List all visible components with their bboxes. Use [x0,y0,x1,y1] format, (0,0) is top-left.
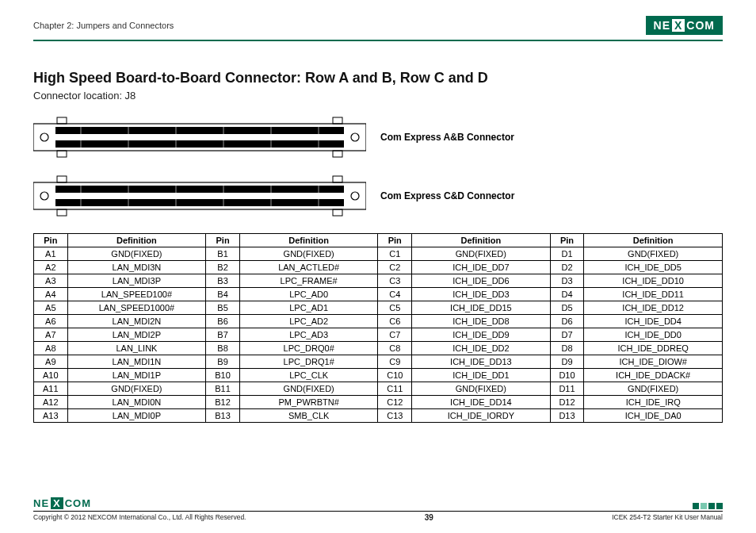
cell-pin: C5 [378,301,412,315]
svg-rect-7 [57,151,67,157]
cell-pin: D1 [550,247,584,261]
svg-point-4 [351,133,359,141]
cell-pin: A13 [34,409,68,423]
cell-pin: B7 [206,328,240,342]
svg-rect-27 [333,176,342,182]
cell-definition: LAN_ACTLED# [239,261,378,274]
cell-definition: LPC_AD1 [239,301,378,315]
footer-doc-title: ICEK 254-T2 Starter Kit User Manual [612,513,723,522]
cell-definition: LPC_DRQ0# [239,342,378,355]
cell-pin: C7 [378,328,412,342]
cell-pin: B10 [206,369,240,382]
cell-definition: ICH_IDE_DD5 [584,261,723,274]
table-header: Pin Definition Pin Definition Pin Defini… [34,234,723,247]
cell-definition: LPC_DRQ1# [239,355,378,369]
cell-pin: A6 [34,315,68,328]
cell-pin: A9 [34,355,68,369]
cell-definition: LAN_MDI0N [67,396,206,409]
cell-pin: C6 [378,315,412,328]
nexcom-logo: NE X COM [646,16,723,35]
cell-definition: ICH_IDE_DDREQ [584,342,723,355]
footer-copyright: Copyright © 2012 NEXCOM International Co… [33,513,246,522]
cell-pin: A7 [34,328,68,342]
table-row: A3LAN_MDI3PB3LPC_FRAME#C3ICH_IDE_DD6D3IC… [34,274,723,288]
cell-pin: A5 [34,301,68,315]
svg-point-3 [40,133,48,141]
cell-definition: ICH_IDE_IRQ [584,396,723,409]
svg-point-24 [40,192,48,200]
page-footer: NE X COM Copyright © 2012 NEXCOM Interna… [33,497,723,522]
cell-definition: GND(FIXED) [584,382,723,396]
cell-definition: PM_PWRBTN# [239,396,378,409]
cell-definition: LPC_AD2 [239,315,378,328]
cell-definition: ICH_IDE_DA0 [584,409,723,423]
cell-definition: ICH_IDE_DD14 [412,396,551,409]
svg-rect-28 [57,209,67,216]
cell-definition: GND(FIXED) [584,247,723,261]
table-row: A8LAN_LINKB8LPC_DRQ0#C8ICH_IDE_DD2D8ICH_… [34,342,723,355]
cell-definition: GND(FIXED) [67,382,206,396]
th-pin-c: Pin [378,234,412,247]
table-row: A6LAN_MDI2NB6LPC_AD2C6ICH_IDE_DD8D6ICH_I… [34,315,723,328]
cell-definition: GND(FIXED) [412,247,551,261]
connector-ab-label: Com Express A&B Connector [380,132,514,143]
cell-definition: ICH_IDE_DD10 [584,274,723,288]
cell-pin: C8 [378,342,412,355]
cell-pin: A2 [34,261,68,274]
cell-pin: D2 [550,261,584,274]
cell-pin: C1 [378,247,412,261]
cell-pin: A3 [34,274,68,288]
th-def-b: Definition [239,234,378,247]
table-row: A11GND(FIXED)B11GND(FIXED)C11GND(FIXED)D… [34,382,723,396]
cell-definition: LAN_MDI2N [67,315,206,328]
cell-pin: D3 [550,274,584,288]
cell-pin: D8 [550,342,584,355]
cell-pin: C9 [378,355,412,369]
cell-pin: B13 [206,409,240,423]
cell-definition: ICH_IDE_DIOW# [584,355,723,369]
cell-definition: LAN_SPEED100# [67,288,206,301]
connector-cd-block: Com Express C&D Connector [33,174,723,217]
chapter-title: Chapter 2: Jumpers and Connectors [33,21,174,30]
pin-definition-table: Pin Definition Pin Definition Pin Defini… [33,233,723,423]
svg-rect-26 [57,176,67,182]
cell-pin: B2 [206,261,240,274]
cell-definition: LAN_MDI1N [67,355,206,369]
cell-pin: B9 [206,355,240,369]
table-row: A1GND(FIXED)B1GND(FIXED)C1GND(FIXED)D1GN… [34,247,723,261]
svg-point-25 [351,192,359,200]
cell-pin: A8 [34,342,68,355]
cell-definition: SMB_CLK [239,409,378,423]
cell-pin: D6 [550,315,584,328]
table-row: A10LAN_MDI1PB10LPC_CLKC10ICH_IDE_DD1D10I… [34,369,723,382]
cell-pin: B8 [206,342,240,355]
table-row: A9LAN_MDI1NB9LPC_DRQ1#C9ICH_IDE_DD13D9IC… [34,355,723,369]
logo-part-ne: NE [654,19,670,32]
cell-pin: A12 [34,396,68,409]
table-row: A4LAN_SPEED100#B4LPC_AD0C4ICH_IDE_DD3D4I… [34,288,723,301]
th-pin-a: Pin [34,234,68,247]
cell-definition: LAN_MDI3P [67,274,206,288]
footer-squares-icon [693,503,723,509]
cell-pin: A1 [34,247,68,261]
cell-definition: GND(FIXED) [239,247,378,261]
logo-part-x: X [672,19,685,32]
th-pin-d: Pin [550,234,584,247]
cell-pin: B5 [206,301,240,315]
cell-pin: C3 [378,274,412,288]
table-body: A1GND(FIXED)B1GND(FIXED)C1GND(FIXED)D1GN… [34,247,723,423]
logo-part-com: COM [686,19,715,32]
cell-pin: D12 [550,396,584,409]
cell-pin: D4 [550,288,584,301]
header-divider [33,40,723,41]
cell-definition: GND(FIXED) [67,247,206,261]
cell-definition: LAN_MDI1P [67,369,206,382]
cell-pin: B4 [206,288,240,301]
cell-pin: C12 [378,396,412,409]
cell-definition: ICH_IDE_DD6 [412,274,551,288]
th-pin-b: Pin [206,234,240,247]
cell-definition: ICH_IDE_DD13 [412,355,551,369]
cell-definition: LAN_SPEED1000# [67,301,206,315]
cell-definition: ICH_IDE_DD1 [412,369,551,382]
connector-location: Connector location: J8 [33,90,723,102]
